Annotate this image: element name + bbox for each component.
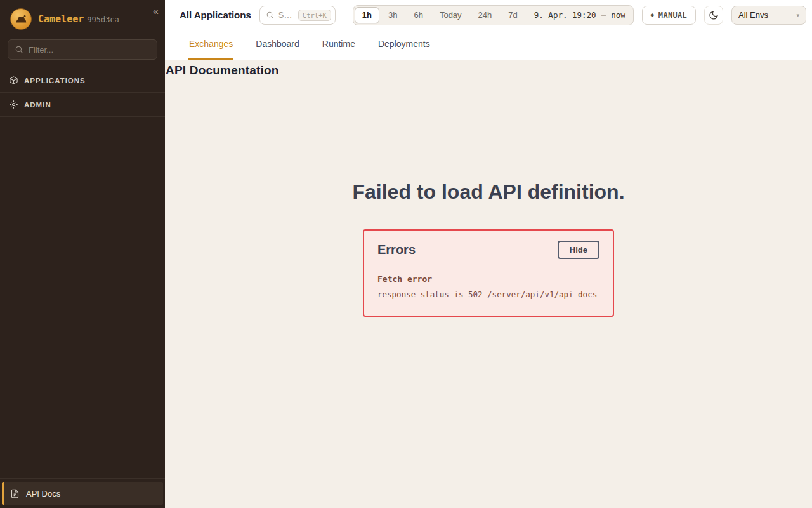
camel-icon	[14, 12, 28, 26]
page-tabs: Exchanges Dashboard Runtime Deployments	[165, 30, 812, 60]
time-range-display[interactable]: 9. Apr. 19:20 — now	[534, 10, 625, 20]
sidebar-collapse-button[interactable]: «	[153, 6, 159, 17]
document-icon	[10, 489, 20, 498]
app-root: Cameleer995d3ca « APPLICATIONS ADMIN API…	[0, 0, 812, 508]
error-headline: Failed to load API definition.	[165, 180, 812, 204]
sidebar-item-applications[interactable]: APPLICATIONS	[0, 69, 165, 93]
cameleer-logo-icon	[10, 8, 32, 30]
sidebar-item-api-docs[interactable]: API Docs	[2, 482, 163, 505]
sidebar-header: Cameleer995d3ca «	[0, 0, 165, 37]
sidebar-item-label: ADMIN	[24, 101, 51, 109]
time-range-6h[interactable]: 6h	[406, 7, 430, 23]
time-range-today[interactable]: Today	[432, 7, 469, 23]
sidebar-filter[interactable]	[8, 39, 157, 60]
hide-errors-button[interactable]: Hide	[558, 241, 599, 259]
theme-toggle-button[interactable]	[704, 6, 723, 25]
errors-panel-title: Errors	[377, 243, 416, 257]
context-title: All Applications	[180, 10, 251, 20]
brand-block: Cameleer995d3ca	[38, 13, 119, 25]
env-select[interactable]: All Envs ▾	[731, 6, 806, 25]
env-selected-value: All Envs	[738, 10, 768, 20]
errors-panel-header: Errors Hide	[377, 241, 599, 259]
error-entry: Fetch error response status is 502 /serv…	[377, 274, 599, 299]
brand-name: Cameleer	[38, 13, 84, 25]
sidebar: Cameleer995d3ca « APPLICATIONS ADMIN API…	[0, 0, 165, 508]
error-name: Fetch error	[377, 274, 599, 284]
status-dot: ●	[651, 13, 654, 18]
manual-refresh-button[interactable]: ● MANUAL	[642, 6, 696, 25]
shortcut-badge: Ctrl+K	[298, 10, 331, 21]
tab-dashboard[interactable]: Dashboard	[255, 30, 300, 60]
error-message: response status is 502 /server/api/v1/ap…	[377, 290, 599, 299]
manual-label: MANUAL	[658, 11, 687, 20]
chevron-down-icon: ▾	[796, 12, 799, 18]
time-from: 9. Apr. 19:20	[534, 10, 596, 20]
divider	[344, 7, 344, 23]
search-icon	[266, 11, 274, 19]
content-column: All Applications S… Ctrl+K 1h 3h 6h Toda…	[165, 0, 812, 508]
time-to: now	[611, 10, 625, 20]
time-range-7d[interactable]: 7d	[501, 7, 525, 23]
sidebar-footer: API Docs	[0, 478, 165, 508]
sidebar-item-admin[interactable]: ADMIN	[0, 93, 165, 117]
brand-id: 995d3ca	[87, 15, 119, 24]
tab-runtime[interactable]: Runtime	[322, 30, 356, 60]
topbar-right-cluster: ● MANUAL All Envs ▾ adm	[642, 6, 812, 25]
filter-input[interactable]	[29, 45, 150, 55]
time-range-3h[interactable]: 3h	[381, 7, 405, 23]
gear-icon	[9, 100, 18, 109]
tab-deployments[interactable]: Deployments	[377, 30, 431, 60]
moon-icon	[709, 10, 719, 20]
package-icon	[9, 76, 18, 85]
tab-exchanges[interactable]: Exchanges	[188, 30, 233, 60]
sidebar-item-label: APPLICATIONS	[24, 77, 86, 84]
time-range-24h[interactable]: 24h	[471, 7, 500, 23]
search-placeholder: S…	[278, 10, 292, 20]
main-content: API Documentation Failed to load API def…	[165, 60, 812, 508]
time-range-group: 1h 3h 6h Today 24h 7d 9. Apr. 19:20 — no…	[353, 5, 634, 25]
topbar: All Applications S… Ctrl+K 1h 3h 6h Toda…	[165, 0, 812, 30]
page-title: API Documentation	[166, 64, 812, 77]
time-separator: —	[601, 10, 606, 20]
sidebar-item-label: API Docs	[26, 489, 60, 498]
errors-panel: Errors Hide Fetch error response status …	[363, 229, 614, 317]
search-icon	[15, 45, 23, 54]
time-range-1h[interactable]: 1h	[355, 7, 379, 23]
global-search[interactable]: S… Ctrl+K	[259, 6, 336, 25]
